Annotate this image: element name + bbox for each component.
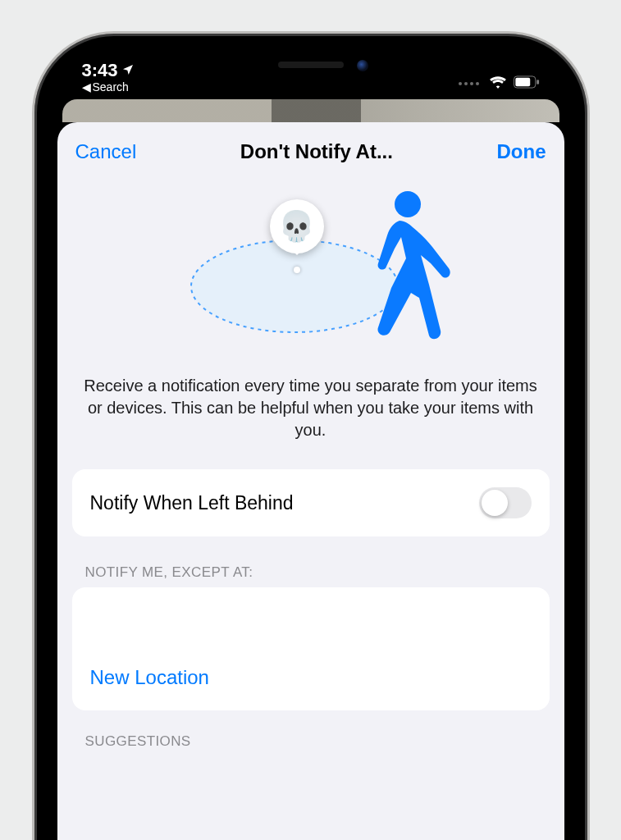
item-pin: 💀 [270, 199, 324, 253]
phone-bezel: 3:43 ◀ Search [43, 42, 579, 840]
clock-label: 3:43 [82, 62, 118, 80]
toggle-knob [482, 490, 508, 516]
nav-bar: Cancel Don't Notify At... Done [57, 126, 564, 171]
background-screen-peek [62, 99, 559, 122]
page-title: Don't Notify At... [136, 140, 496, 163]
app-switcher-dots-icon [459, 82, 479, 85]
notify-left-behind-label: Notify When Left Behind [90, 492, 294, 514]
except-locations-cell: New Location [72, 587, 550, 710]
screen: 3:43 ◀ Search [49, 48, 573, 840]
svg-rect-1 [515, 78, 530, 86]
back-label: Search [93, 81, 129, 93]
svg-rect-2 [537, 80, 539, 84]
done-button[interactable]: Done [497, 140, 546, 163]
svg-point-4 [395, 191, 421, 217]
hero-illustration: 💀 [163, 188, 459, 352]
back-caret-icon: ◀ [82, 81, 91, 93]
location-services-icon [121, 62, 135, 80]
suggestions-section-header: Suggestions [57, 710, 564, 756]
modal-sheet: Cancel Don't Notify At... Done 💀 [57, 122, 564, 840]
new-location-button[interactable]: New Location [90, 666, 550, 689]
status-time: 3:43 [82, 62, 135, 80]
skull-icon: 💀 [278, 209, 315, 244]
notify-left-behind-cell: Notify When Left Behind [72, 469, 550, 536]
cancel-button[interactable]: Cancel [75, 140, 137, 163]
description-text: Receive a notification every time you se… [57, 360, 564, 464]
notch [204, 48, 418, 81]
notify-left-behind-toggle[interactable] [479, 487, 532, 518]
wifi-icon [489, 75, 507, 93]
battery-icon [514, 75, 540, 92]
speaker-grille [278, 62, 344, 68]
breadcrumb-back[interactable]: ◀ Search [82, 81, 129, 93]
pin-dot-icon [294, 267, 300, 273]
front-camera [357, 60, 368, 71]
phone-frame: 3:43 ◀ Search [32, 31, 590, 840]
walking-person-icon [352, 188, 450, 344]
except-at-section-header: Notify me, except at: [57, 541, 564, 587]
